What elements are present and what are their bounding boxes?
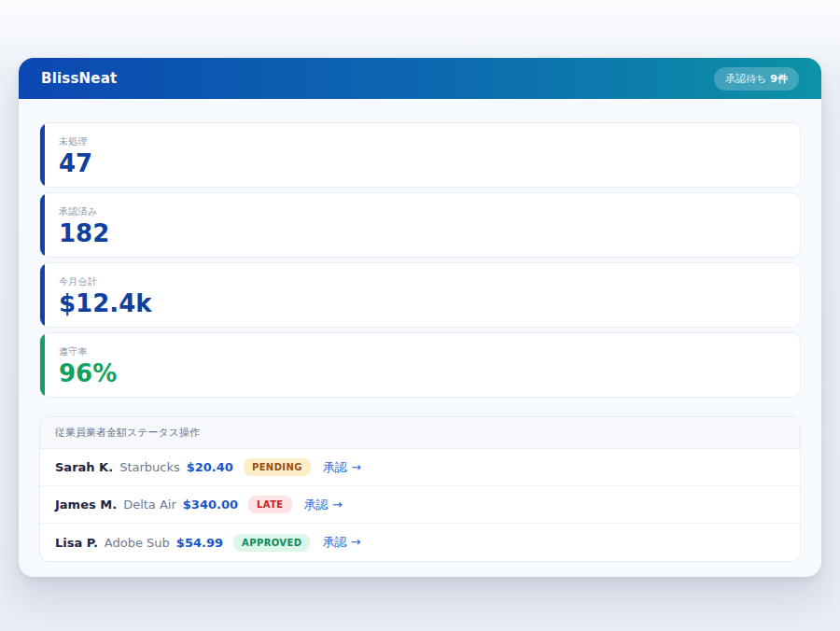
table-row: Sarah K. Starbucks $20.40 PENDING 承認 → [40,449,800,486]
column-header-vendor: 業者 [86,427,106,439]
column-header-status: ステータス [127,427,179,439]
pending-approvals-badge: 承認待ち 9件 [714,67,799,91]
status-badge: APPROVED [233,534,310,552]
expense-amount: $54.99 [176,536,223,550]
stat-card-unprocessed: 未処理 47 [39,122,801,188]
expenses-table: 従業員業者金額ステータス操作 Sarah K. Starbucks $20.40… [39,416,801,562]
vendor-name: Delta Air [123,498,176,512]
main-panel: BlissNeat 承認待ち 9件 未処理 47 承認済み 182 今月合計 $… [19,58,821,577]
approve-link[interactable]: 承認 → [322,534,360,551]
stat-label: 承認済み [59,205,785,218]
employee-name: Lisa P. [55,536,98,550]
vendor-name: Adobe Sub [105,536,170,550]
stat-card-approved: 承認済み 182 [39,192,801,258]
stat-label: 今月合計 [59,275,785,288]
status-badge: PENDING [244,458,311,476]
stat-value: $12.4k [59,290,785,317]
table-row: Lisa P. Adobe Sub $54.99 APPROVED 承認 → [40,524,800,561]
stat-card-month-total: 今月合計 $12.4k [39,262,801,328]
stat-value: 47 [59,150,785,177]
table-header-row: 従業員業者金額ステータス操作 [40,417,800,449]
app-title: BlissNeat [41,70,117,87]
column-header-amount: 金額 [106,427,127,439]
column-header-action: 操作 [179,427,200,439]
expense-amount: $20.40 [187,460,233,474]
pending-badge-count: 9件 [770,72,788,86]
employee-name: Sarah K. [55,460,113,474]
employee-name: James M. [55,498,117,512]
approve-link[interactable]: 承認 → [304,497,343,513]
approve-link[interactable]: 承認 → [323,459,361,476]
stat-value: 96% [59,360,785,387]
stat-label: 遵守率 [59,345,785,358]
app-header: BlissNeat 承認待ち 9件 [19,58,821,99]
status-badge: LATE [248,496,292,513]
table-row: James M. Delta Air $340.00 LATE 承認 → [40,486,800,524]
column-header-employee: 従業員 [55,427,86,439]
expense-amount: $340.00 [183,498,238,512]
pending-badge-label: 承認待ち [725,72,766,86]
stat-label: 未処理 [59,135,785,148]
vendor-name: Starbucks [119,460,180,474]
stat-value: 182 [59,220,785,247]
stat-card-compliance-rate: 遵守率 96% [39,332,801,398]
stats-section: 未処理 47 承認済み 182 今月合計 $12.4k 遵守率 96% [19,99,821,398]
